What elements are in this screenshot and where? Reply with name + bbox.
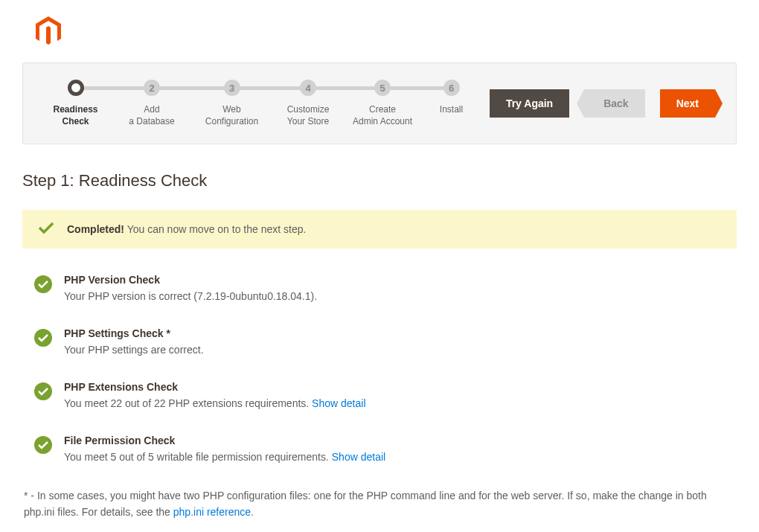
check-title: File Permission Check <box>64 435 725 446</box>
page-title: Step 1: Readiness Check <box>22 171 737 190</box>
step-circle: 6 <box>443 80 460 96</box>
check-item-2: PHP Extensions CheckYou meet 22 out of 2… <box>22 381 737 409</box>
step-6[interactable]: 6Install <box>416 80 487 115</box>
check-item-0: PHP Version CheckYour PHP version is cor… <box>22 274 737 302</box>
step-label: Customize Your Store <box>287 103 330 127</box>
step-circle: 2 <box>144 80 160 96</box>
check-desc: You meet 5 out of 5 writable file permis… <box>64 451 725 463</box>
show-detail-link[interactable]: Show detail <box>312 397 365 409</box>
step-label: Install <box>440 103 463 115</box>
check-title: PHP Settings Check * <box>64 327 725 339</box>
back-button: Back <box>584 89 644 118</box>
success-icon <box>34 329 52 347</box>
footnote: * - In some cases, you might have two PH… <box>22 488 737 520</box>
check-desc: Your PHP settings are correct. <box>64 344 725 356</box>
check-icon <box>39 222 54 237</box>
check-title: PHP Extensions Check <box>64 381 725 393</box>
next-button[interactable]: Next <box>660 89 715 118</box>
alert-text: Completed! You can now move on to the ne… <box>67 223 306 235</box>
step-1[interactable]: Readiness Check <box>44 80 107 127</box>
step-circle: 5 <box>374 80 391 96</box>
stepper-bar: Readiness Check2Add a Database3Web Confi… <box>22 63 737 144</box>
check-desc: You meet 22 out of 22 PHP extensions req… <box>64 397 725 409</box>
step-label: Add a Database <box>129 103 174 127</box>
phpini-reference-link[interactable]: php.ini reference <box>173 506 251 518</box>
step-label: Readiness Check <box>53 103 97 127</box>
check-item-3: File Permission CheckYou meet 5 out of 5… <box>22 435 737 463</box>
step-circle <box>68 80 84 96</box>
success-icon <box>34 275 52 293</box>
check-item-1: PHP Settings Check *Your PHP settings ar… <box>22 327 737 356</box>
success-icon <box>34 382 52 400</box>
show-detail-link[interactable]: Show detail <box>332 451 385 463</box>
success-icon <box>34 436 52 454</box>
try-again-button[interactable]: Try Again <box>490 89 569 118</box>
check-title: PHP Version Check <box>64 274 725 286</box>
step-label: Web Configuration <box>205 103 258 127</box>
check-desc: Your PHP version is correct (7.2.19-0ubu… <box>64 290 725 302</box>
completed-alert: Completed! You can now move on to the ne… <box>22 210 737 249</box>
step-circle: 4 <box>300 80 316 96</box>
step-circle: 3 <box>224 80 240 96</box>
step-label: Create Admin Account <box>353 103 412 127</box>
magento-logo <box>22 0 737 63</box>
